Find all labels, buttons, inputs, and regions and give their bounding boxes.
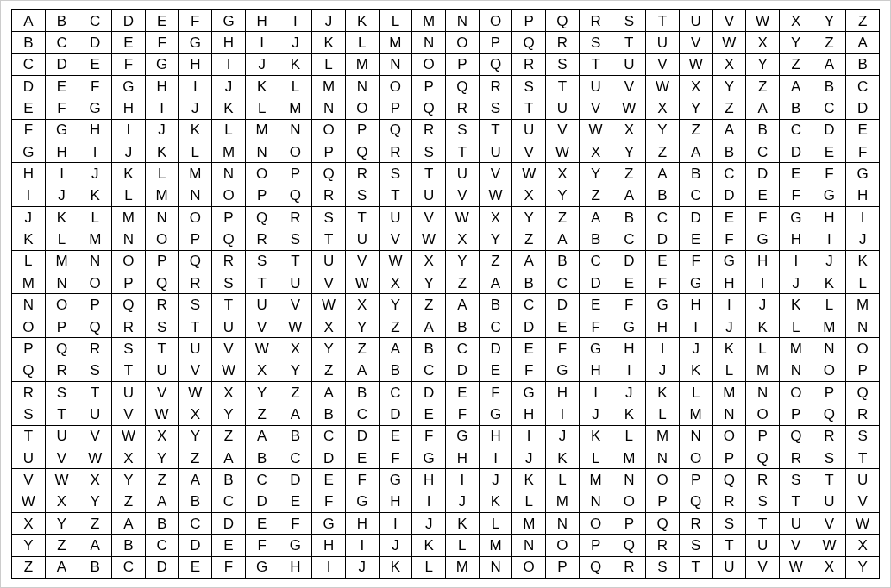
grid-cell: D xyxy=(813,120,847,141)
grid-cell: T xyxy=(546,76,580,97)
grid-cell: R xyxy=(813,426,847,447)
grid-cell: I xyxy=(780,251,813,272)
grid-cell: Z xyxy=(813,32,847,53)
grid-cell: P xyxy=(680,469,713,491)
grid-cell: K xyxy=(146,141,179,163)
grid-cell: I xyxy=(746,272,780,294)
grid-cell: A xyxy=(179,469,212,491)
grid-cell: B xyxy=(746,120,780,141)
grid-cell: W xyxy=(612,97,646,119)
grid-cell: S xyxy=(279,228,313,250)
grid-cell: H xyxy=(546,382,580,403)
grid-cell: P xyxy=(12,338,46,360)
grid-cell: S xyxy=(146,316,179,338)
grid-cell: R xyxy=(146,294,179,316)
grid-cell: Z xyxy=(246,403,279,425)
grid-cell: E xyxy=(279,491,313,513)
grid-cell: R xyxy=(179,272,212,294)
grid-cell: L xyxy=(846,272,880,294)
grid-cell: R xyxy=(412,120,446,141)
grid-cell: Z xyxy=(546,207,580,228)
grid-cell: N xyxy=(546,513,580,535)
grid-cell: Z xyxy=(279,382,313,403)
grid-cell: A xyxy=(312,382,346,403)
grid-cell: T xyxy=(78,382,112,403)
grid-cell: D xyxy=(346,426,380,447)
grid-cell: J xyxy=(813,251,847,272)
grid-cell: A xyxy=(446,294,480,316)
grid-cell: Z xyxy=(646,141,680,163)
grid-cell: J xyxy=(680,338,713,360)
grid-cell: B xyxy=(713,141,747,163)
grid-cell: W xyxy=(780,557,813,579)
grid-cell: I xyxy=(446,469,480,491)
grid-cell: T xyxy=(512,97,546,119)
grid-cell: K xyxy=(412,535,446,556)
grid-cell: U xyxy=(546,97,580,119)
grid-cell: Y xyxy=(480,228,513,250)
grid-cell: V xyxy=(146,382,179,403)
grid-cell: Q xyxy=(746,447,780,469)
grid-cell: T xyxy=(380,185,413,207)
grid-cell: W xyxy=(246,338,279,360)
grid-cell: F xyxy=(346,469,380,491)
grid-cell: O xyxy=(179,207,212,228)
grid-cell: I xyxy=(78,141,112,163)
grid-cell: C xyxy=(78,10,112,32)
grid-cell: K xyxy=(78,185,112,207)
grid-cell: I xyxy=(412,491,446,513)
grid-cell: B xyxy=(512,272,546,294)
grid-cell: K xyxy=(612,403,646,425)
grid-cell: U xyxy=(412,185,446,207)
grid-cell: G xyxy=(346,491,380,513)
grid-cell: A xyxy=(12,10,46,32)
grid-cell: E xyxy=(780,163,813,185)
grid-cell: T xyxy=(312,228,346,250)
grid-cell: R xyxy=(346,163,380,185)
grid-cell: S xyxy=(112,338,146,360)
grid-cell: W xyxy=(580,120,613,141)
grid-cell: P xyxy=(846,360,880,382)
grid-cell: O xyxy=(212,185,246,207)
grid-cell: O xyxy=(412,54,446,76)
grid-cell: X xyxy=(612,120,646,141)
grid-cell: L xyxy=(612,426,646,447)
grid-cell: K xyxy=(246,76,279,97)
grid-cell: V xyxy=(713,10,747,32)
grid-cell: S xyxy=(446,120,480,141)
grid-cell: C xyxy=(380,382,413,403)
grid-cell: B xyxy=(813,76,847,97)
grid-cell: T xyxy=(246,272,279,294)
grid-cell: A xyxy=(112,513,146,535)
grid-cell: D xyxy=(580,272,613,294)
grid-cell: B xyxy=(246,447,279,469)
grid-cell: W xyxy=(480,185,513,207)
grid-cell: P xyxy=(646,491,680,513)
grid-cell: U xyxy=(179,338,212,360)
grid-cell: X xyxy=(146,426,179,447)
grid-cell: U xyxy=(580,76,613,97)
grid-cell: V xyxy=(512,141,546,163)
grid-cell: P xyxy=(480,32,513,53)
grid-cell: D xyxy=(78,32,112,53)
grid-cell: X xyxy=(846,535,880,556)
grid-cell: S xyxy=(746,491,780,513)
grid-cell: W xyxy=(813,535,847,556)
grid-cell: L xyxy=(646,403,680,425)
grid-cell: Q xyxy=(46,338,79,360)
grid-cell: H xyxy=(612,338,646,360)
grid-cell: S xyxy=(846,426,880,447)
grid-cell: X xyxy=(780,10,813,32)
grid-cell: T xyxy=(580,54,613,76)
grid-cell: X xyxy=(646,97,680,119)
grid-cell: A xyxy=(780,76,813,97)
grid-cell: J xyxy=(512,447,546,469)
grid-cell: A xyxy=(746,97,780,119)
grid-cell: F xyxy=(813,163,847,185)
grid-cell: L xyxy=(680,382,713,403)
grid-cell: M xyxy=(380,32,413,53)
grid-cell: F xyxy=(580,316,613,338)
grid-cell: W xyxy=(646,76,680,97)
grid-cell: A xyxy=(813,54,847,76)
grid-cell: C xyxy=(813,97,847,119)
